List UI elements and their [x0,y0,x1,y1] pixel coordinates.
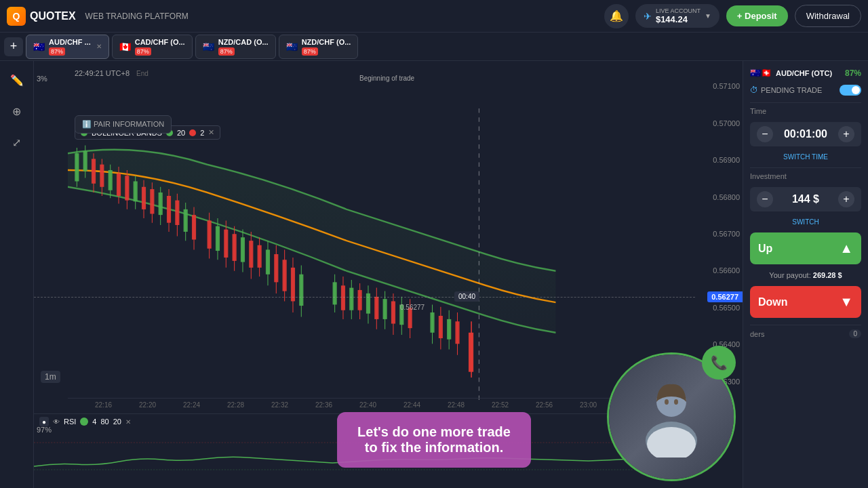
current-price-value: 0.56277 [711,293,738,301]
time-increase-button[interactable]: + [838,126,854,142]
tab4-pct: 87% [302,47,318,56]
tab4-flag: 🇳🇿 [286,41,298,52]
current-price-tag: 0.56277 [707,291,743,302]
platform-label: WEB TRADING PLATFORM [85,12,189,21]
pending-trade-row: ⏱ PENDING TRADE [750,85,861,96]
investment-section-label: Investment [750,167,861,180]
live-account-amount: $144.24 [656,14,688,24]
investment-value: 144 $ [792,193,819,205]
price-6: 0.56500 [698,304,740,312]
rsi-close[interactable]: ✕ [125,418,131,426]
logo-icon: Q [7,7,26,26]
withdrawal-button[interactable]: Withdrawal [795,5,861,27]
instrument-tabs: + 🇦🇺 AUD/CHF ... 87% ✕ 🇨🇦 CAD/CHF (O... … [0,33,868,61]
traders-label: ders [750,330,764,338]
chart-canvas [68,108,695,400]
live-account-icon: ✈ [644,11,652,22]
instrument-tab-4[interactable]: 🇳🇿 NZD/CHF (O... 87% [279,35,359,59]
price-chart-svg [68,108,695,400]
time-label-4: 22:32 [271,401,288,409]
rsi-dot [80,418,88,426]
tab1-flag: 🇦🇺 [33,41,45,52]
up-button[interactable]: Up ▲ [750,232,861,264]
rsi-label: RSI [64,418,76,426]
deposit-label: + Deposit [737,11,777,21]
time-label-5: 22:36 [315,401,332,409]
time-label-8: 22:48 [448,401,465,409]
time-axis: 22:16 22:20 22:24 22:28 22:32 22:36 22:4… [68,398,695,411]
person-silhouette [631,376,712,458]
deposit-button[interactable]: + Deposit [726,5,788,26]
rsi-icon: ● [39,417,49,426]
time-control: − 00:01:00 + [750,122,861,146]
traders-row: ders 0 [750,325,861,338]
tab3-name: NZD/CAD (O... [218,38,269,46]
chart-timestamp: 22:49:21 UTC+8 [75,69,130,77]
chart-end-label: End [136,70,149,77]
instrument-tab-1[interactable]: 🇦🇺 AUD/CHF ... 87% ✕ [26,35,109,59]
price-4: 0.56700 [698,230,740,238]
left-sidebar: ✏️ ⊕ ⤢ [0,61,34,488]
arrows-button[interactable]: ⤢ [5,130,29,155]
asset-flags: 🇦🇺🇨🇭 [750,68,772,78]
pair-info-popup[interactable]: ℹ️ PAIR INFORMATION [75,115,172,134]
tab1-pct: 87% [49,47,65,56]
live-account-widget[interactable]: ✈ LIVE ACCOUNT $144.24 ▼ [635,4,719,28]
down-button[interactable]: Down ▼ [750,286,861,318]
switch-time-label[interactable]: SWITCH TIME [750,153,861,161]
instrument-tab-3[interactable]: 🇳🇿 NZD/CAD (O... 87% [195,35,276,59]
tab2-flag: 🇨🇦 [119,41,131,52]
investment-increase-button[interactable]: + [838,191,854,207]
up-label: Up [758,243,772,255]
price-dashed-line [34,297,695,298]
time-decrease-button[interactable]: − [757,126,773,142]
live-account-label: LIVE ACCOUNT [656,7,701,14]
time-value: 00:01:00 [784,128,827,140]
price-0: 0.57100 [698,82,740,90]
investment-control: − 144 $ + [750,187,861,211]
withdrawal-label: Withdrawal [806,11,850,21]
svg-point-89 [665,399,669,405]
time-label-1: 22:20 [139,401,156,409]
top-navigation: Q QUOTEX WEB TRADING PLATFORM 🔔 ✈ LIVE A… [0,0,868,33]
price-3: 0.56800 [698,193,740,201]
draw-tool-button[interactable]: ✏️ [5,68,29,92]
tab4-name: NZD/CHF (O... [302,38,351,46]
rsi-eye-icon: 👁 [53,418,60,426]
investment-decrease-button[interactable]: − [757,191,773,207]
bell-button[interactable]: 🔔 [604,4,629,28]
tab3-pct: 87% [218,47,235,56]
crosshair-button[interactable]: ⊕ [5,99,29,123]
time-label-0: 22:16 [95,401,112,409]
time-label-7: 22:44 [403,401,420,409]
price-2: 0.56900 [698,156,740,164]
logo: Q QUOTEX [7,7,76,26]
time-label-6: 22:40 [359,401,376,409]
instrument-tab-2[interactable]: 🇨🇦 CAD/CHF (O... 87% [112,35,193,59]
subtitle-line1: Let's do one more trade [357,424,511,439]
up-arrow-icon: ▲ [840,241,853,256]
switch-label[interactable]: SWITCH [750,218,861,226]
pending-label: PENDING TRADE [761,86,822,94]
dashed-price-label: 0.56277 [400,304,425,311]
chevron-down-icon: ▼ [705,12,711,20]
add-instrument-button[interactable]: + [4,37,23,56]
chart-info-bar: 22:49:21 UTC+8 End [75,69,149,77]
chat-button[interactable]: 📞 [702,346,736,380]
down-arrow-icon: ▼ [840,294,853,310]
time-label-11: 23:00 [580,401,597,409]
rsi-val3: 20 [113,418,121,426]
tab1-close[interactable]: ✕ [96,43,102,50]
payout-text: Your payout: 269.28 $ [750,271,861,279]
rsi-val1: 4 [92,418,96,426]
pct-bottom-label: 97% [37,426,52,434]
timeframe-label[interactable]: 1m [41,371,60,383]
asset-header: 🇦🇺🇨🇭 AUD/CHF (OTC) 87% [750,68,861,78]
crosshair-time-tooltip: 00:40 [454,291,479,302]
tab1-name: AUD/CHF ... [49,38,91,46]
tab3-flag: 🇳🇿 [203,41,214,52]
asset-name: AUD/CHF (OTC) [776,69,832,77]
pending-trade-toggle[interactable] [840,85,861,96]
down-label: Down [758,296,788,308]
time-label-9: 22:52 [492,401,509,409]
